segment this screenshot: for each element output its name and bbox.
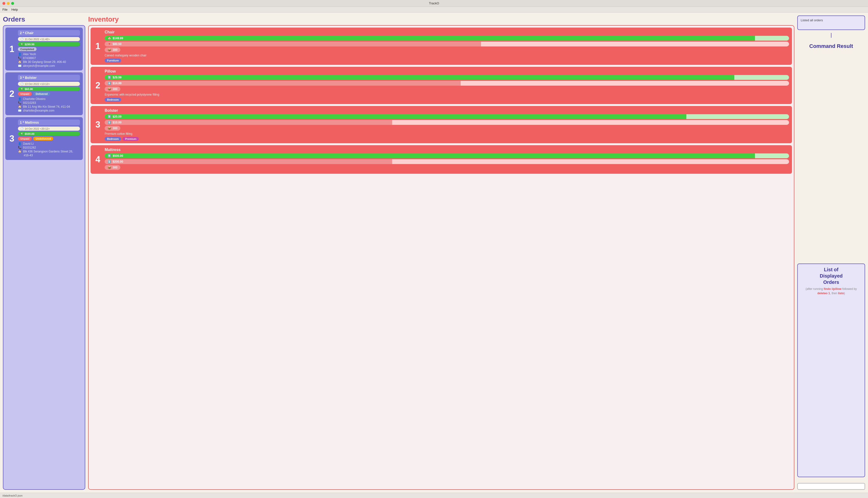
order-phone-2: 📞 93210283 (18, 101, 80, 105)
inv-tags-3: Bedroom Premium (105, 137, 789, 141)
inv-title-1: Chair (105, 30, 789, 34)
inv-tag-bedroom-2: Bedroom (105, 98, 121, 102)
order-title-2: 3 * Bolster (18, 75, 80, 81)
command-panel: Listed all orders Command Result List of… (797, 15, 865, 490)
order-address-3: 🏠 Blk 436 Serangoon Gardens Street 26, (18, 150, 80, 153)
down-arrow-icon-4: ⬇️ (107, 160, 111, 163)
inv-tag-premium-3: Premium (123, 137, 139, 141)
up-arrow-icon-2: ⬆️ (107, 76, 111, 79)
list-displayed-title: List ofDisplayedOrders (801, 266, 862, 285)
menubar: File Help (0, 7, 868, 13)
status-unpaid-3: Unpaid (18, 137, 32, 141)
order-email-2: ✉️ charlotte@example.com (18, 109, 80, 112)
inv-stock-2: 📦 300 (105, 87, 120, 91)
status-undelivered-3: Undelivered (33, 137, 53, 141)
order-phone-1: 📞 87438807 (18, 56, 80, 60)
inv-sell-price-4: ⬆️ $500.00 (105, 154, 789, 158)
inv-stock-3: 📦 300 (105, 126, 120, 131)
order-email-1: ✉️ alexyeoh@example.com (18, 64, 80, 67)
inv-sell-price-1: 🏠 $149.99 (105, 36, 789, 41)
main-content: Orders 1 2 * Chair 🕐 11 Oct 2022 <11:42>… (0, 13, 868, 493)
up-arrow-icon-1: 🏠 (107, 37, 111, 40)
order-name-1: 👤 Alex Yeoh (18, 53, 80, 56)
spacer (797, 54, 865, 262)
money-icon-3: 💵 (20, 132, 24, 135)
close-button[interactable] (2, 2, 5, 5)
order-details-1: 2 * Chair 🕐 11 Oct 2022 <11:42> 💵 $299.9… (18, 30, 80, 68)
inv-desc-1: Carved mahogany wooden chair (105, 54, 789, 57)
command-result-text: Listed all orders (801, 18, 823, 22)
inventory-title: Inventory (88, 15, 794, 23)
order-item-3[interactable]: 3 1 * Mattress 🕐 14 Oct 2022 <20:12> 💵 $… (5, 117, 83, 160)
inv-buy-price-3: ⬇️ $10.00 (105, 120, 789, 125)
titlebar-buttons (2, 2, 14, 5)
inv-title-2: Pillow (105, 69, 789, 74)
home-icon-2: 🏠 (18, 105, 22, 108)
cmd-findo: findo i/pillow (824, 287, 841, 291)
inv-details-1: Chair 🏠 $149.99 🔻 $80.50 📦 300 Carved ma… (105, 30, 789, 63)
order-details-3: 1 * Mattress 🕐 14 Oct 2022 <20:12> 💵 $50… (18, 119, 80, 158)
home-icon: 🏠 (18, 60, 22, 64)
minimize-button[interactable] (7, 2, 10, 5)
person-icon: 👤 (18, 53, 22, 56)
clock-icon-3: 🕐 (20, 127, 24, 130)
inv-sell-price-3: ⬆️ $20.00 (105, 114, 789, 119)
status-completed: Completed (18, 47, 37, 51)
order-price-3: 💵 $500.00 (18, 132, 80, 136)
inv-details-3: Bolster ⬆️ $20.00 ⬇️ $10.00 📦 300 Premiu… (105, 108, 789, 141)
order-item-2[interactable]: 2 3 * Bolster 🕐 13 Oct 2022 <13:12> 💵 $6… (5, 73, 83, 115)
order-price-1: 💵 $299.98 (18, 42, 80, 46)
list-displayed-sub: (after running findo i/pillow followed b… (801, 287, 862, 296)
cmd-listo: listo (838, 292, 844, 295)
inv-item-3[interactable]: 3 Bolster ⬆️ $20.00 ⬇️ $10.00 📦 300 (91, 106, 792, 143)
inv-tags-1: Furniture (105, 58, 789, 63)
down-arrow-icon-2: ⬇️ (107, 81, 111, 85)
clock-icon: 🕐 (20, 38, 24, 41)
inventory-panel: Inventory 1 Chair 🏠 $149.99 🔻 $80.50 (88, 15, 794, 490)
inv-stock-1: 📦 300 (105, 48, 120, 52)
inv-buy-price-4: ⬇️ $200.00 (105, 159, 789, 164)
order-number-3: 3 (8, 119, 15, 158)
inv-number-4: 4 (93, 148, 102, 171)
maximize-button[interactable] (11, 2, 14, 5)
inv-number-3: 3 (93, 108, 102, 141)
phone-icon-2: 📞 (18, 101, 22, 105)
inv-number-2: 2 (93, 69, 102, 102)
connection-line (797, 32, 865, 39)
order-date-1: 🕐 11 Oct 2022 <11:42> (18, 37, 80, 41)
order-item-1[interactable]: 1 2 * Chair 🕐 11 Oct 2022 <11:42> 💵 $299… (5, 28, 83, 70)
inv-item-4[interactable]: 4 Mattress ⬆️ $500.00 ⬇️ $200.00 📦 300 (91, 145, 792, 174)
phone-icon: 📞 (18, 56, 22, 60)
order-price-2: 💵 $60.00 (18, 87, 80, 91)
down-arrow-icon-1: 🔻 (107, 42, 111, 46)
inv-buy-price-2: ⬇️ $14.99 (105, 81, 789, 86)
titlebar: TrackO (0, 0, 868, 7)
money-icon: 💵 (20, 43, 24, 46)
order-date-3: 🕐 14 Oct 2022 <20:12> (18, 127, 80, 131)
order-phone-3: 📞 91031282 (18, 146, 80, 149)
inv-item-2[interactable]: 2 Pillow ⬆️ $29.99 ⬇️ $14.99 📦 300 (91, 67, 792, 104)
inv-number-1: 1 (93, 30, 102, 63)
person-icon-2: 👤 (18, 97, 22, 101)
command-result-title: Command Result (797, 43, 865, 49)
order-address-2: 🏠 Blk 11 Ang Mo Kio Street 74, #11-04 (18, 105, 80, 108)
person-icon-3: 👤 (18, 142, 22, 145)
inv-tag-bedroom-3: Bedroom (105, 137, 121, 141)
orders-title: Orders (3, 15, 85, 23)
order-status-row-2: Unpaid Delivered (18, 92, 80, 96)
order-number-1: 1 (8, 30, 15, 68)
email-icon: ✉️ (18, 64, 22, 67)
menu-help[interactable]: Help (11, 8, 18, 11)
order-details-2: 3 * Bolster 🕐 13 Oct 2022 <13:12> 💵 $60.… (18, 75, 80, 113)
menu-file[interactable]: File (2, 8, 8, 11)
command-input[interactable] (797, 483, 865, 490)
status-delivered-2: Delivered (33, 92, 50, 96)
vertical-line (831, 33, 831, 38)
order-title-1: 2 * Chair (18, 30, 80, 36)
money-icon-2: 💵 (20, 87, 24, 91)
statusbar-text: /data/trackO.json (2, 494, 23, 497)
inv-item-1[interactable]: 1 Chair 🏠 $149.99 🔻 $80.50 📦 300 (91, 28, 792, 65)
inv-buy-price-1: 🔻 $80.50 (105, 42, 789, 47)
order-date-2: 🕐 13 Oct 2022 <13:12> (18, 82, 80, 86)
box-icon-4: 📦 (107, 166, 111, 169)
